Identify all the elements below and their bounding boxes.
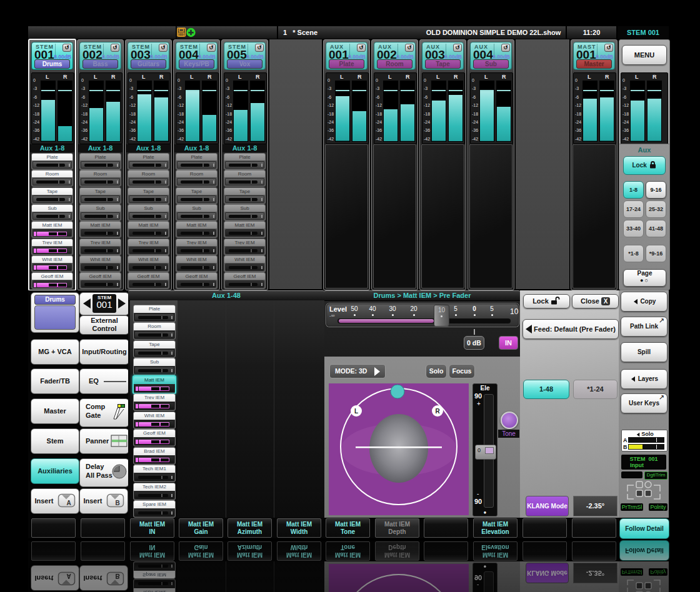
svg-text:A: A bbox=[66, 500, 71, 506]
svg-text:R: R bbox=[435, 408, 440, 415]
svg-text:B: B bbox=[115, 500, 119, 506]
svg-text:L: L bbox=[354, 408, 358, 415]
